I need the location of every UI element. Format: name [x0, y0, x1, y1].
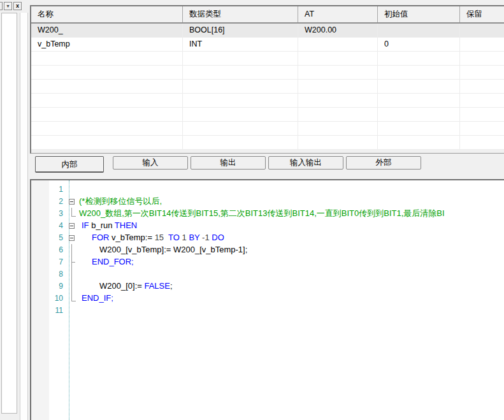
table-cell-retain[interactable] [460, 80, 504, 94]
column-header-retain[interactable]: 保留 [460, 6, 504, 22]
code-line[interactable]: 3W200_数组,第一次BIT14传送到BIT15,第二次BIT13传送到BIT… [31, 208, 504, 220]
code-text[interactable]: IF b_run THEN [79, 220, 504, 232]
code-line[interactable]: 6W200_[v_bTemp]:= W200_[v_bTemp-1]; [31, 244, 504, 256]
code-text[interactable]: W200_数组,第一次BIT14传送到BIT15,第二次BIT13传送到BIT1… [79, 208, 504, 220]
table-row[interactable] [31, 94, 504, 108]
table-cell-name[interactable]: v_bTemp [31, 38, 183, 52]
table-cell-at[interactable] [298, 66, 378, 80]
table-cell-name[interactable] [31, 136, 183, 150]
table-cell-type[interactable] [183, 66, 298, 80]
code-line[interactable]: 9W200_[0]:= FALSE; [31, 280, 504, 293]
code-text[interactable]: W200_[v_bTemp]:= W200_[v_bTemp-1]; [79, 244, 504, 256]
code-text[interactable]: END_IF; [79, 293, 504, 305]
table-cell-type[interactable] [183, 94, 298, 108]
code-text[interactable] [79, 268, 504, 280]
table-cell-at[interactable] [298, 52, 378, 66]
table-cell-retain[interactable] [460, 94, 504, 108]
code-text[interactable]: END_FOR; [79, 256, 504, 268]
column-header-at[interactable]: AT [298, 6, 378, 22]
table-row[interactable] [31, 136, 504, 150]
table-cell-name[interactable] [31, 52, 183, 66]
table-row[interactable] [31, 122, 504, 136]
table-cell-init[interactable]: 0 [378, 38, 460, 52]
table-cell-name[interactable] [31, 108, 183, 122]
table-cell-retain[interactable] [460, 122, 504, 136]
code-text[interactable] [79, 305, 504, 317]
column-header-name[interactable]: 名称 [31, 6, 183, 22]
table-cell-type[interactable] [183, 136, 298, 150]
table-cell-retain[interactable] [460, 66, 504, 80]
left-panel-scroll-track[interactable] [20, 13, 28, 420]
table-cell-retain[interactable] [460, 24, 504, 38]
table-row[interactable] [31, 66, 504, 80]
code-line[interactable]: 4IF b_run THEN [31, 220, 504, 232]
fold-margin [67, 280, 79, 293]
code-text[interactable]: FOR v_bTemp:= 15 TO 1 BY -1 DO [79, 232, 504, 244]
table-cell-init[interactable] [378, 80, 460, 94]
code-line[interactable]: 10END_IF; [31, 293, 504, 305]
table-cell-type[interactable]: BOOL[16] [183, 24, 298, 38]
table-row[interactable] [31, 52, 504, 66]
table-cell-type[interactable]: INT [183, 38, 298, 52]
code-line[interactable]: 7END_FOR; [31, 256, 504, 268]
table-cell-at[interactable] [298, 38, 378, 52]
dropdown-arrow-icon[interactable]: ▾ [4, 2, 12, 10]
table-cell-name[interactable] [31, 122, 183, 136]
table-cell-at[interactable] [298, 108, 378, 122]
table-cell-name[interactable]: W200_ [31, 24, 183, 38]
table-row[interactable] [31, 108, 504, 122]
table-cell-retain[interactable] [460, 108, 504, 122]
panel-pin-button[interactable] [0, 2, 3, 10]
table-cell-init[interactable] [378, 122, 460, 136]
code-text[interactable]: (*检测到移位信号以后, [79, 196, 504, 208]
tab-section-0[interactable]: 内部 [35, 156, 104, 173]
table-cell-init[interactable] [378, 94, 460, 108]
close-icon[interactable]: x [13, 2, 22, 10]
table-cell-retain[interactable] [460, 52, 504, 66]
table-cell-type[interactable] [183, 80, 298, 94]
line-number: 7 [31, 256, 67, 268]
code-line[interactable]: 1 [31, 184, 504, 196]
table-cell-name[interactable] [31, 80, 183, 94]
tab-section-3[interactable]: 输入输出 [268, 156, 343, 170]
fold-vertical-line [71, 244, 72, 256]
code-token-comment: (*检测到移位信号以后, [79, 196, 162, 206]
table-cell-at[interactable] [298, 80, 378, 94]
st-code-editor[interactable]: 12(*检测到移位信号以后,3W200_数组,第一次BIT14传送到BIT15,… [30, 179, 504, 420]
code-text[interactable] [79, 184, 504, 196]
table-row[interactable]: v_bTempINT0 [31, 38, 504, 52]
table-cell-init[interactable] [378, 136, 460, 150]
fold-collapse-icon[interactable] [69, 199, 75, 205]
table-cell-at[interactable] [298, 122, 378, 136]
table-cell-init[interactable] [378, 66, 460, 80]
code-token-number: -1 [202, 233, 212, 242]
tab-section-4[interactable]: 外部 [346, 156, 421, 170]
table-row[interactable]: W200_BOOL[16]W200.00 [31, 24, 504, 38]
tab-section-1[interactable]: 输入 [113, 156, 188, 170]
table-row[interactable] [31, 80, 504, 94]
fold-collapse-icon[interactable] [69, 223, 75, 229]
table-cell-retain[interactable] [460, 136, 504, 150]
table-cell-init[interactable] [378, 108, 460, 122]
table-cell-init[interactable] [378, 24, 460, 38]
table-cell-init[interactable] [378, 52, 460, 66]
code-line[interactable]: 2(*检测到移位信号以后, [31, 196, 504, 208]
table-cell-name[interactable] [31, 66, 183, 80]
table-cell-retain[interactable] [460, 38, 504, 52]
column-header-init[interactable]: 初始值 [378, 6, 460, 22]
table-cell-type[interactable] [183, 108, 298, 122]
code-line[interactable]: 8 [31, 268, 504, 280]
code-line[interactable]: 11 [31, 305, 504, 317]
table-cell-at[interactable] [298, 136, 378, 150]
code-line[interactable]: 5FOR v_bTemp:= 15 TO 1 BY -1 DO [31, 232, 504, 244]
column-header-type[interactable]: 数据类型 [183, 6, 298, 22]
table-cell-at[interactable]: W200.00 [298, 24, 378, 38]
table-cell-type[interactable] [183, 122, 298, 136]
tab-section-2[interactable]: 输出 [191, 156, 266, 170]
fold-margin [67, 184, 79, 196]
code-text[interactable]: W200_[0]:= FALSE; [79, 280, 504, 293]
table-cell-name[interactable] [31, 94, 183, 108]
table-cell-at[interactable] [298, 94, 378, 108]
table-cell-type[interactable] [183, 52, 298, 66]
fold-collapse-icon[interactable] [69, 235, 75, 241]
